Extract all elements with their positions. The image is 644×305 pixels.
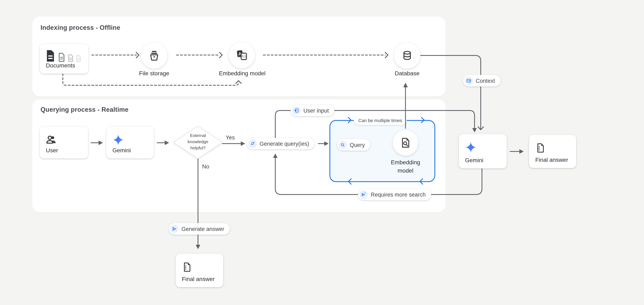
- final-answer-doc-icon: [535, 142, 546, 154]
- user-label: User: [46, 147, 58, 154]
- file-storage-node: [141, 42, 168, 69]
- yes-edge-label: Yes: [226, 135, 235, 141]
- gemini-synthesis-label: Gemini: [465, 157, 484, 163]
- database-icon: [401, 49, 413, 62]
- no-edge-label: No: [202, 163, 209, 170]
- user-input-icon: [292, 106, 300, 115]
- documents-stack-icon: [45, 50, 82, 62]
- gemini-query-node: Gemini: [106, 127, 154, 158]
- requires-more-search-pill: Requires more search: [358, 189, 431, 200]
- final-answer-no-branch-node: Final answer: [176, 254, 223, 287]
- embedding-translate-icon: A 0,1: [236, 49, 248, 61]
- generate-answer-pill: Generate answer: [169, 223, 230, 235]
- indexing-panel-title: Indexing process - Offline: [40, 24, 120, 32]
- requires-more-search-label: Requires more search: [371, 191, 426, 198]
- context-icon: [464, 77, 473, 85]
- file-storage-bucket-icon: [148, 49, 160, 62]
- gemini-star-icon: [464, 141, 477, 154]
- final-answer-doc-icon: [182, 261, 192, 273]
- svg-text:0,1: 0,1: [242, 55, 246, 58]
- user-group-icon: [46, 134, 57, 145]
- user-input-pill-label: User input: [304, 107, 329, 114]
- document-search-icon: [400, 137, 411, 149]
- can-be-multiple-times-note: Can be multiple times: [354, 115, 407, 125]
- query-pill: Query: [337, 139, 370, 151]
- database-node: [394, 42, 420, 69]
- rag-architecture-diagram: Indexing process - Offline Querying proc…: [0, 0, 644, 305]
- embedding-model-offline-label: Embedding model: [211, 70, 273, 77]
- search-icon: [338, 141, 347, 149]
- context-pill: Context: [463, 75, 500, 87]
- documents-label: Documents: [46, 62, 75, 69]
- documents-node: Documents: [40, 44, 88, 74]
- embedding-model-online-label-line1: Embedding: [374, 159, 436, 166]
- generate-queries-pill-label: Generate query(ies): [260, 141, 309, 147]
- file-storage-label: File storage: [123, 70, 185, 77]
- database-label: Database: [376, 70, 438, 77]
- gemini-synthesis-node: Gemini: [459, 134, 507, 168]
- final-answer-node: Final answer: [529, 135, 576, 168]
- query-pill-label: Query: [350, 142, 365, 148]
- query-sparkle-search-icon: [248, 139, 257, 148]
- generate-answer-label: Generate answer: [182, 226, 224, 232]
- context-pill-label: Context: [476, 78, 495, 84]
- decision-text: External knowledge helpful?: [171, 132, 225, 151]
- final-answer-label: Final answer: [535, 156, 568, 163]
- final-answer-no-branch-label: Final answer: [182, 276, 215, 282]
- send-icon: [170, 225, 178, 233]
- querying-panel-title: Querying process - Realtime: [40, 106, 128, 113]
- embedding-model-online-node: [393, 130, 418, 156]
- embedding-model-offline-node: A 0,1: [228, 42, 255, 68]
- decision-node: External knowledge helpful?: [171, 124, 225, 161]
- user-input-pill: User input: [290, 105, 334, 116]
- send-sparkle-icon: [360, 190, 368, 199]
- gemini-query-label: Gemini: [112, 147, 131, 154]
- user-node: User: [40, 127, 88, 158]
- gemini-star-icon: [112, 134, 124, 146]
- generate-queries-pill: Generate query(ies): [247, 138, 314, 149]
- embedding-model-online-label-line2: model: [374, 167, 436, 174]
